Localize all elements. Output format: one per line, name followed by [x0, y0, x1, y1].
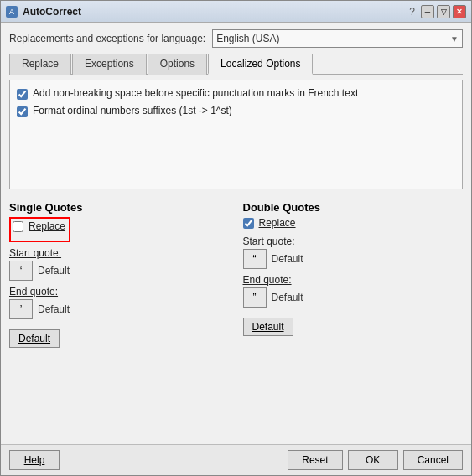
french-punctuation-label: Add non-breaking space before specific p…: [33, 87, 358, 99]
single-end-quote-button[interactable]: ’: [9, 299, 33, 319]
double-replace-checkbox[interactable]: [243, 218, 254, 229]
single-start-controls: ‘ Default: [9, 261, 230, 281]
checkbox-row-1: Add non-breaking space before specific p…: [17, 87, 455, 100]
double-start-quote-row: Start quote: “ Default: [243, 235, 464, 269]
single-start-quote-label: Start quote:: [9, 247, 230, 259]
double-start-default-text: Default: [272, 253, 303, 265]
single-quotes-replace-highlight: Replace: [9, 217, 70, 242]
minimize-button[interactable]: ─: [421, 5, 434, 18]
double-default-button[interactable]: Default: [243, 318, 293, 336]
title-bar-left: A AutoCorrect: [6, 6, 81, 18]
double-end-quote-row: End quote: ” Default: [243, 274, 464, 308]
tab-exceptions[interactable]: Exceptions: [72, 54, 147, 75]
cancel-button[interactable]: Cancel: [403, 450, 463, 470]
dialog-content: Replacements and exceptions for language…: [1, 23, 471, 444]
checkbox-row-2: Format ordinal numbers suffixes (1st -> …: [17, 105, 455, 117]
app-icon: A: [6, 6, 18, 18]
single-end-quote-row: End quote: ’ Default: [9, 286, 230, 319]
question-icon[interactable]: ?: [409, 6, 415, 18]
single-start-quote-row: Start quote: ‘ Default: [9, 247, 230, 281]
dropdown-arrow-icon: ▼: [450, 34, 459, 44]
single-end-controls: ’ Default: [9, 299, 230, 319]
bottom-buttons: Help Reset OK Cancel: [1, 444, 471, 475]
double-end-default-text: Default: [272, 292, 303, 303]
double-end-quote-label: End quote:: [243, 274, 464, 286]
single-start-quote-button[interactable]: ‘: [9, 261, 33, 281]
ordinal-numbers-checkbox[interactable]: [17, 106, 28, 117]
double-replace-row: Replace: [243, 217, 464, 229]
title-controls: ? ─ ▽ ✕: [409, 5, 466, 18]
double-quotes-column: Double Quotes Replace Start quote: “ Def…: [243, 201, 464, 348]
double-quotes-title: Double Quotes: [243, 201, 464, 214]
help-button[interactable]: Help: [9, 450, 60, 470]
tab-replace[interactable]: Replace: [9, 54, 71, 75]
double-start-quote-button[interactable]: “: [243, 249, 267, 269]
ok-button[interactable]: OK: [348, 450, 398, 470]
language-select[interactable]: English (USA) ▼: [212, 29, 463, 48]
double-replace-label: Replace: [259, 217, 296, 229]
tab-options[interactable]: Options: [148, 54, 207, 75]
quotes-section: Single Quotes Replace Start quote: ‘ Def…: [9, 201, 463, 348]
tabs-bar: Replace Exceptions Options Localized Opt…: [9, 53, 463, 75]
right-buttons: Reset OK Cancel: [288, 450, 463, 470]
single-quotes-title: Single Quotes: [9, 201, 230, 214]
ordinal-numbers-label: Format ordinal numbers suffixes (1st -> …: [33, 105, 232, 116]
double-start-quote-label: Start quote:: [243, 235, 464, 247]
window-title: AutoCorrect: [23, 6, 81, 18]
tab-localized-options[interactable]: Localized Options: [208, 54, 313, 75]
localized-options-tab-content: Add non-breaking space before specific p…: [9, 80, 463, 189]
french-punctuation-checkbox[interactable]: [17, 89, 28, 100]
lang-label: Replacements and exceptions for language…: [9, 33, 205, 44]
double-end-controls: ” Default: [243, 287, 464, 308]
language-row: Replacements and exceptions for language…: [9, 29, 463, 48]
single-replace-checkbox[interactable]: [13, 221, 23, 232]
close-button[interactable]: ✕: [453, 5, 466, 18]
single-replace-row: Replace: [13, 220, 65, 232]
double-start-controls: “ Default: [243, 249, 464, 269]
single-end-default-text: Default: [38, 303, 70, 315]
single-start-default-text: Default: [38, 265, 70, 277]
maximize-button[interactable]: ▽: [437, 5, 450, 18]
single-end-quote-label: End quote:: [9, 286, 230, 298]
single-quotes-column: Single Quotes Replace Start quote: ‘ Def…: [9, 201, 230, 348]
single-replace-label: Replace: [29, 220, 65, 232]
title-bar: A AutoCorrect ? ─ ▽ ✕: [1, 1, 471, 23]
autocorrect-window: A AutoCorrect ? ─ ▽ ✕ Replacements and e…: [0, 0, 472, 476]
reset-button[interactable]: Reset: [288, 450, 342, 470]
single-default-button[interactable]: Default: [9, 329, 60, 348]
double-end-quote-button[interactable]: ”: [243, 287, 267, 308]
